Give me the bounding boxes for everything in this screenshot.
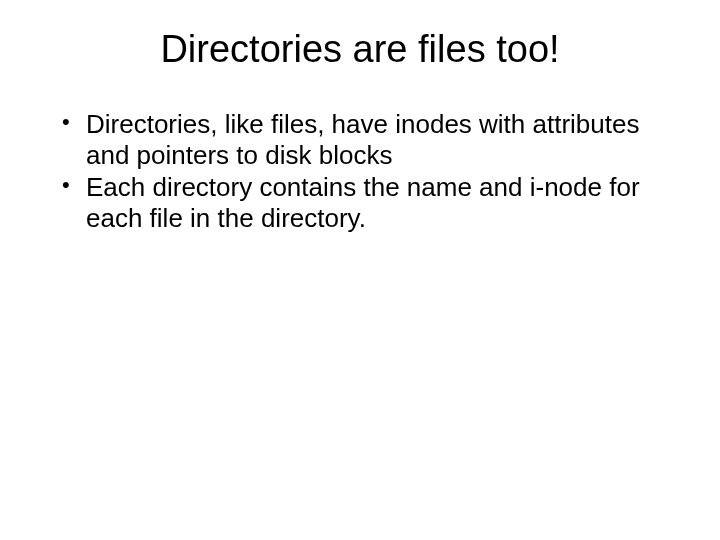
list-item: Directories, like files, have inodes wit… <box>58 109 670 170</box>
slide: Directories are files too! Directories, … <box>0 0 720 540</box>
list-item: Each directory contains the name and i-n… <box>58 172 670 233</box>
bullet-list: Directories, like files, have inodes wit… <box>50 109 670 234</box>
slide-title: Directories are files too! <box>50 28 670 71</box>
